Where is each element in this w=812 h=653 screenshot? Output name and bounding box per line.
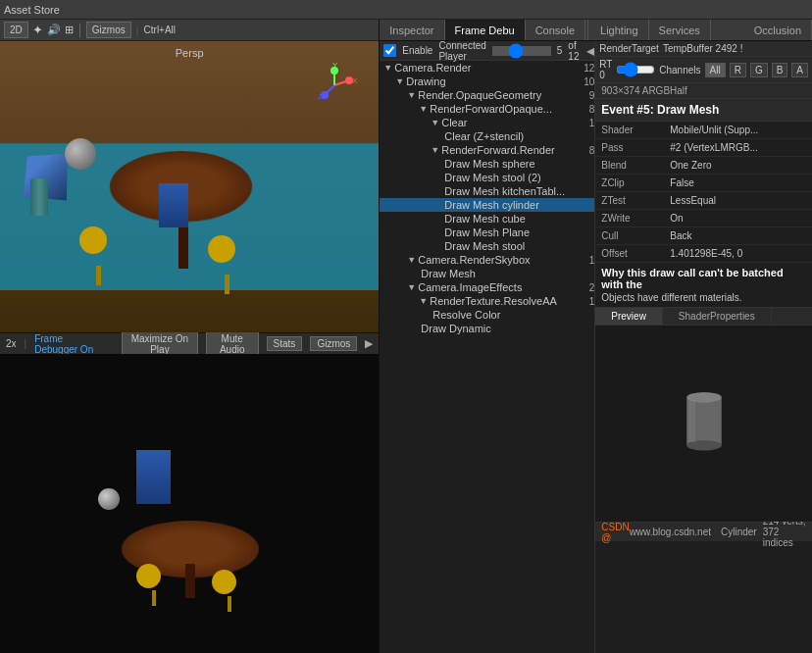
top-bar: Asset Store	[0, 0, 812, 20]
tree-item-count: 12	[584, 63, 594, 74]
property-row: BlendOne Zero	[595, 157, 812, 175]
tree-item[interactable]: Draw Mesh sphere	[380, 157, 594, 171]
gizmos-bottom-button[interactable]: Gizmos	[310, 336, 357, 351]
channel-r-btn[interactable]: R	[730, 63, 746, 77]
preview-area	[595, 326, 812, 522]
tree-item[interactable]: Draw Mesh kitchenTabl...	[380, 184, 594, 198]
tree-item[interactable]: ▼RenderTexture.ResolveAA1	[380, 294, 594, 308]
batch-warning-title: Why this draw call can't be batched with…	[601, 267, 806, 290]
tree-item[interactable]: Draw Mesh stool (2)	[380, 171, 594, 184]
tree-arrow-icon: ▼	[383, 63, 392, 73]
lower-sphere	[98, 488, 120, 510]
tree-item[interactable]: Clear (Z+stencil)	[380, 129, 594, 143]
connected-player-label: Connected Player	[438, 41, 485, 62]
watermark-label: www.blog.csdn.net	[630, 527, 711, 537]
tab-lighting[interactable]: Lighting	[590, 20, 649, 40]
tree-item[interactable]: ▼Render.OpaqueGeometry9	[380, 88, 594, 102]
tree-item[interactable]: ▼Camera.Render12	[380, 61, 594, 75]
scene-sphere	[65, 138, 96, 170]
tab-inspector[interactable]: Inspector	[380, 20, 444, 40]
tree-item[interactable]: Draw Mesh stool	[380, 239, 594, 253]
tree-item[interactable]: Resolve Color	[380, 308, 594, 322]
property-row: ZTestLessEqual	[595, 192, 812, 210]
tree-item-label: RenderForward.Render	[441, 144, 585, 156]
scene-cylinder	[30, 178, 48, 216]
prop-value: Mobile/Unlit (Supp...	[670, 125, 806, 135]
tree-item[interactable]: Draw Mesh Plane	[380, 226, 594, 239]
gizmos-button[interactable]: Gizmos	[86, 22, 131, 38]
tab-frame-debugger[interactable]: Frame Debu	[445, 20, 526, 40]
persp-label: Persp	[176, 47, 204, 59]
tree-item-count: 10	[584, 76, 594, 87]
prop-label: Pass	[601, 142, 670, 153]
maximize-button[interactable]: Maximize On Play	[122, 331, 198, 357]
tree-item[interactable]: ▼Camera.RenderSkybox1	[380, 253, 594, 267]
stats-button[interactable]: Stats	[267, 336, 303, 351]
tree-item-label: Draw Mesh cylinder	[444, 199, 590, 211]
tree-item[interactable]: ▼Camera.ImageEffects2	[380, 280, 594, 294]
star-icon: ✦	[32, 23, 43, 37]
tab-services[interactable]: Services	[649, 20, 711, 40]
tab-console[interactable]: Console	[526, 20, 585, 40]
left-panel: 2D ✦ 🔊 ⊞ Gizmos | Ctrl+All	[0, 20, 380, 653]
tree-item[interactable]: ▼Drawing10	[380, 75, 594, 88]
inspector-panel: RenderTarget TempBuffer 2492 ! RT 0 Chan…	[595, 41, 812, 653]
scene-chair	[159, 183, 188, 227]
mute-button[interactable]: Mute Audio	[206, 331, 259, 357]
tree-item-count: 1	[589, 296, 595, 307]
prop-label: Offset	[601, 248, 670, 259]
shader-props-tab[interactable]: ShaderProperties	[663, 308, 772, 325]
prop-label: ZTest	[601, 195, 670, 206]
channel-a-btn[interactable]: A	[791, 63, 808, 77]
tree-item-count: 8	[589, 104, 595, 115]
tree-item-label: Draw Mesh Plane	[444, 226, 590, 238]
channel-g-btn[interactable]: G	[750, 63, 768, 77]
tree-arrow-icon: ▼	[407, 282, 416, 292]
tree-item-label: Camera.ImageEffects	[418, 281, 585, 293]
tree-item-count: 9	[589, 90, 595, 101]
tree-item-label: Draw Mesh kitchenTabl...	[444, 185, 590, 197]
separator: |	[25, 338, 27, 349]
channel-all-btn[interactable]: All	[705, 63, 726, 77]
tree-arrow-icon: ▼	[395, 76, 404, 86]
event-title-header: Event #5: Draw Mesh	[595, 99, 812, 122]
2d-button[interactable]: 2D	[4, 22, 28, 38]
lower-stool-l-leg	[152, 590, 156, 606]
preview-tab[interactable]: Preview	[595, 308, 663, 325]
tree-item[interactable]: ▼Clear1	[380, 116, 594, 129]
tree-items-container: ▼Camera.Render12▼Drawing10▼Render.Opaque…	[380, 61, 594, 335]
enable-label: Enable	[402, 45, 432, 56]
tree-item[interactable]: Draw Mesh	[380, 267, 594, 280]
tree-item-count: 2	[589, 282, 595, 293]
scene-bottom-bar: 2x | Frame Debugger On Maximize On Play …	[0, 332, 379, 354]
lower-stool-r	[212, 570, 236, 594]
speaker-icon: 🔊	[47, 24, 61, 36]
prop-label: ZClip	[601, 177, 670, 188]
property-row: ZClipFalse	[595, 175, 812, 192]
tree-item[interactable]: ▼RenderForwardOpaque...8	[380, 102, 594, 116]
nav-prev[interactable]: ◀	[584, 44, 595, 58]
svg-text:Z: Z	[318, 92, 323, 101]
rt-channels-bar: RT 0 Channels All R G B A	[595, 57, 812, 83]
tree-item-label: Clear	[441, 117, 585, 128]
tree-item-label: Draw Mesh	[421, 268, 590, 279]
frame-tree-header: Enable Connected Player 5 of 12 ◀ ▶	[380, 41, 594, 61]
frame-slider[interactable]	[492, 46, 551, 56]
scene-stool-right	[208, 235, 235, 263]
enable-checkbox[interactable]	[383, 44, 396, 57]
tree-item-count: 8	[589, 145, 595, 156]
channel-b-btn[interactable]: B	[772, 63, 788, 77]
prop-value: On	[670, 213, 806, 224]
tree-item[interactable]: Draw Mesh cube	[380, 212, 594, 226]
render-target-value: TempBuffer 2492 !	[663, 43, 743, 54]
frame-debugger-tree: Enable Connected Player 5 of 12 ◀ ▶ ▼Cam…	[380, 41, 595, 653]
bottom-arrow: ▶	[365, 337, 373, 350]
tree-item[interactable]: Draw Dynamic	[380, 322, 594, 335]
scene-stool-right-leg	[225, 275, 229, 294]
rt-value-slider[interactable]	[616, 66, 655, 74]
tree-item[interactable]: Draw Mesh cylinder	[380, 198, 594, 212]
tab-occlusion[interactable]: Occlusion	[744, 20, 812, 40]
prop-label: Shader	[601, 125, 670, 135]
zoom-label: 2x	[6, 338, 17, 349]
tree-item[interactable]: ▼RenderForward.Render8	[380, 143, 594, 157]
